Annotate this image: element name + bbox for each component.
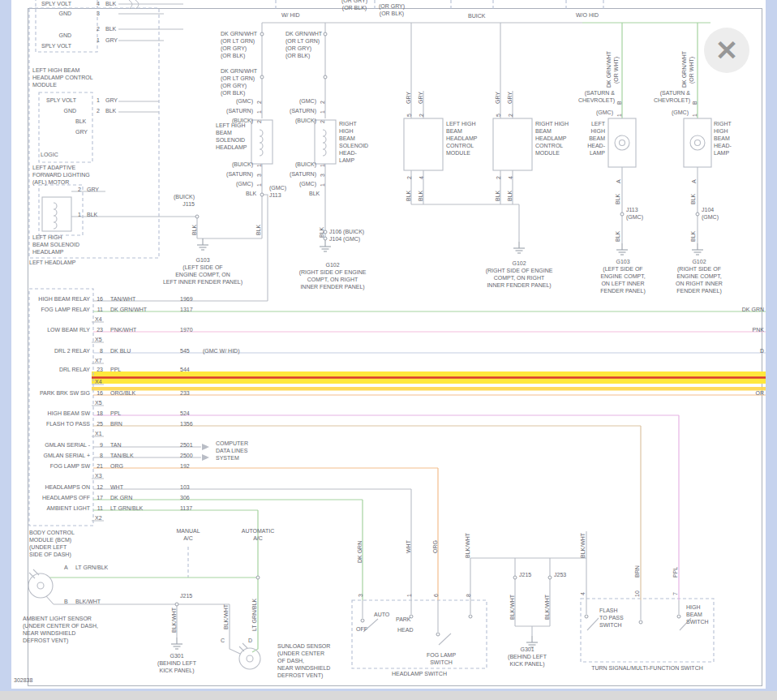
wire-color: ORG — [431, 540, 439, 553]
bcm-circuit: 2500 — [180, 452, 193, 459]
pin-number: 2 — [495, 176, 502, 179]
pin-number: 4 — [418, 176, 425, 179]
bcm-wire-color: WHT — [110, 483, 123, 491]
bcm-signal-label: GMLAN SERIAL - — [45, 441, 90, 449]
make-label: (GMC) — [299, 97, 316, 105]
close-button[interactable]: ✕ — [704, 28, 749, 73]
wire-color: BLK/WHT — [543, 595, 551, 620]
bcm-wire-color: DK GRN — [110, 494, 132, 501]
switch-position: HEAD — [397, 626, 413, 633]
component-title: LEFT HIGH BEAM HEADLAMP CONTROL MODULE — [32, 67, 93, 88]
bcm-circuit: 2501 — [180, 441, 193, 449]
wire-color: DK GRN — [356, 541, 363, 563]
make-label: (SATURN) — [290, 170, 316, 178]
wire-color: BLK/WHT — [509, 595, 516, 620]
component-title: LEFT HIGH BEAM HEADLAMP CONTROL MODULE — [446, 120, 478, 157]
bcm-pin: 16 — [97, 389, 103, 397]
component-title: LEFT ADAPTIVE FORWARD LIGHTING (AFL) MOT… — [32, 164, 90, 186]
pin-number: 2 — [97, 107, 100, 114]
pin-number: 1 — [319, 110, 326, 114]
bcm-pin: 11 — [97, 306, 103, 313]
splice-label: J215 — [519, 571, 531, 578]
wire-color: BLK — [689, 194, 697, 204]
wire-color: BLK — [318, 227, 325, 238]
bcm-pin: 16 — [97, 295, 103, 303]
pin-number: A — [64, 564, 68, 571]
pin-number: 1 — [97, 37, 100, 44]
pin-number: 3 — [319, 174, 326, 177]
wire-color: GRY — [405, 92, 412, 104]
wire-label: DK GRN/WHT (OR LT GRN) (OR GRY) (OR BLK) — [221, 67, 257, 97]
wire-color: GRY — [75, 128, 88, 135]
component-title: FOG LAMP SWITCH — [427, 651, 456, 666]
bcm-signal-label: HIGH BEAM RELAY — [38, 295, 90, 303]
wire-color: GRY — [105, 97, 118, 104]
component-title: FLASH TO PASS SWITCH — [599, 607, 624, 629]
splice-label: J253 — [554, 571, 566, 578]
make-label: (GMC) — [299, 180, 316, 187]
component-title: AMBIENT LIGHT SENSOR (UNDER CENTER OF DA… — [23, 615, 98, 644]
component-title: LEFT HIGH BEAM HEAD- LAMP — [587, 120, 605, 157]
ground-label: G103 (LEFT SIDE OF ENGINE COMPT, ON LEFT… — [163, 256, 243, 286]
pin-number: 1 — [616, 114, 623, 117]
wire-color: GRY — [87, 186, 99, 193]
pin-number: 2 — [78, 186, 81, 193]
bcm-wire-color: PPL — [110, 366, 121, 373]
make-label: (SATURN) — [226, 170, 253, 178]
make-label: (SATURN) — [290, 107, 316, 114]
component-title: SUNLOAD SENSOR (UNDER CENTER OF DASH, NE… — [277, 642, 330, 679]
wire-color: BRN — [633, 565, 641, 578]
bcm-pin: 8 — [100, 452, 103, 459]
bottom-scrollbar[interactable] — [0, 691, 777, 700]
make-label: (GMC) — [596, 109, 613, 116]
bcm-connector: X2 — [95, 514, 102, 522]
ground-label: G301 (BEHIND LEFT KICK PANEL) — [157, 652, 196, 674]
wire-color: BLK — [506, 191, 513, 201]
bcm-signal-label: DRL 2 RELAY — [54, 347, 90, 354]
bcm-circuit: 233 — [180, 389, 190, 397]
wire-color: BLK — [246, 190, 256, 197]
ground-label: G102 (RIGHT SIDE OF ENGINE COMPT, ON RIG… — [486, 260, 553, 289]
bcm-signal-label: LOW BEAM RLY — [47, 326, 90, 333]
wire-color: GRY — [506, 92, 513, 104]
wire-color: LT GRN/BLK — [75, 564, 108, 571]
wire-color: BLK — [87, 211, 97, 218]
wire-color: BLK — [105, 0, 116, 7]
bcm-connector: X5 — [95, 336, 102, 343]
bcm-signal-label: HIGH BEAM SW — [47, 410, 90, 417]
module-pin-label: SPLY VOLT — [41, 42, 71, 49]
wire-color: BLK — [105, 25, 116, 32]
wire-label: DK GRN/WHT (OR LT GRN) (OR GRY) (OR BLK) — [285, 30, 322, 59]
splice-label: (GMC) J113 — [269, 184, 286, 199]
module-pin-label: GND — [63, 107, 76, 114]
wire-color: GRY — [494, 92, 501, 104]
pin-number: B — [616, 101, 623, 105]
pin-number: 1 — [406, 594, 413, 597]
module-pin-label: GND — [58, 10, 71, 17]
make-label: (BUICK) — [232, 161, 253, 168]
bcm-signal-label: FOG LAMP RELAY — [41, 306, 90, 313]
pin-number: 2 — [406, 176, 413, 179]
wire-color: BLK/WHT — [579, 533, 586, 558]
make-label: (BUICK) — [295, 161, 316, 168]
bcm-wire-color: PPL — [110, 410, 121, 417]
wire-color: BLK/WHT — [170, 608, 178, 633]
make-label: (SATURN & CHEVROLET) — [578, 89, 615, 104]
wire-color: BLK — [255, 225, 262, 235]
make-label: (GMC) — [236, 97, 253, 105]
bcm-circuit: 544 — [180, 366, 190, 373]
wire-color: BLK — [614, 194, 621, 204]
pin-number: 2 — [418, 114, 425, 117]
bcm-pin: 8 — [100, 347, 103, 354]
component-title: RIGHT HIGH BEAM HEADLAMP CONTROL MODULE — [535, 120, 569, 157]
bcm-circuit: 524 — [180, 410, 190, 417]
component-title: RIGHT HIGH BEAM SOLENOID HEAD- LAMP — [339, 120, 368, 164]
bcm-circuit: 1969 — [180, 295, 193, 303]
pin-number: 7 — [672, 592, 679, 595]
bcm-wire-color: BRN — [110, 420, 122, 427]
bcm-pin: 23 — [97, 366, 103, 373]
wire-continuation: D — [760, 347, 764, 354]
wire-label: DK GRN/WHT — [680, 51, 688, 88]
bcm-signal-label: DRL RELAY — [59, 366, 90, 373]
bcm-signal-label: AMBIENT LIGHT — [46, 505, 90, 512]
